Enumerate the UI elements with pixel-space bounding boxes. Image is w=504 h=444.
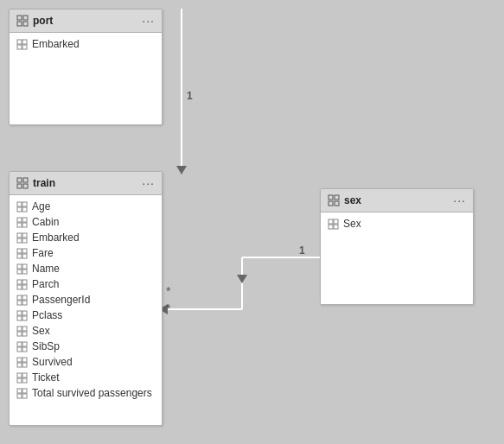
svg-rect-77 — [329, 201, 333, 206]
svg-rect-68 — [22, 373, 27, 377]
svg-rect-63 — [17, 358, 22, 362]
svg-rect-75 — [329, 195, 333, 200]
svg-rect-70 — [22, 378, 27, 383]
svg-rect-19 — [17, 178, 22, 182]
svg-rect-64 — [22, 358, 27, 362]
svg-rect-59 — [17, 342, 22, 346]
svg-rect-55 — [17, 327, 22, 331]
table-row: Sex — [10, 323, 162, 339]
svg-rect-26 — [22, 207, 27, 212]
svg-marker-8 — [237, 275, 247, 283]
svg-rect-69 — [17, 378, 22, 383]
svg-rect-36 — [22, 249, 27, 253]
svg-rect-22 — [23, 184, 28, 188]
svg-rect-73 — [17, 394, 22, 398]
table-row: Pclass — [10, 308, 162, 323]
svg-text:1: 1 — [299, 244, 305, 257]
svg-rect-54 — [22, 316, 27, 320]
svg-rect-27 — [17, 218, 22, 222]
svg-rect-62 — [22, 347, 27, 352]
svg-rect-12 — [23, 16, 28, 20]
svg-rect-80 — [334, 219, 338, 224]
column-icon — [16, 388, 28, 399]
col-name: Name — [32, 263, 60, 275]
column-icon — [16, 279, 28, 290]
train-grid-icon — [16, 177, 29, 189]
column-icon — [16, 39, 28, 50]
sex-table: sex ··· Sex — [320, 188, 474, 305]
svg-rect-29 — [17, 223, 22, 227]
train-table: train ··· Age Cabin Embarked Fare Name P… — [9, 171, 163, 426]
col-age: Age — [32, 200, 50, 212]
svg-rect-32 — [22, 233, 27, 238]
svg-rect-34 — [22, 238, 27, 243]
svg-rect-33 — [17, 238, 22, 243]
column-icon — [16, 248, 28, 259]
column-icon — [16, 232, 28, 244]
train-table-title: train — [33, 177, 55, 189]
table-row: Embarked — [10, 230, 162, 245]
svg-rect-17 — [17, 45, 22, 49]
svg-text:1: 1 — [187, 90, 193, 102]
column-icon — [328, 219, 339, 230]
svg-rect-38 — [22, 254, 27, 258]
svg-rect-20 — [23, 178, 28, 182]
svg-rect-76 — [335, 195, 339, 200]
table-row: Name — [10, 261, 162, 276]
svg-rect-65 — [17, 363, 22, 367]
svg-rect-28 — [22, 218, 27, 222]
svg-rect-78 — [335, 201, 339, 206]
col-cabin: Cabin — [32, 216, 59, 228]
train-more-button[interactable]: ··· — [142, 176, 155, 190]
port-table: port ··· Embarked — [9, 9, 163, 125]
col-parch: Parch — [32, 278, 59, 290]
svg-rect-51 — [17, 311, 22, 315]
col-survived: Survived — [32, 356, 73, 368]
svg-rect-48 — [22, 295, 27, 300]
svg-rect-49 — [17, 301, 22, 305]
sex-more-button[interactable]: ··· — [453, 193, 466, 207]
svg-rect-42 — [22, 270, 27, 274]
svg-rect-60 — [22, 342, 27, 346]
table-row: SibSp — [10, 339, 162, 354]
column-icon — [16, 217, 28, 228]
svg-rect-45 — [17, 285, 22, 289]
svg-text:*: * — [166, 284, 171, 298]
svg-rect-21 — [17, 184, 22, 188]
table-row: Age — [10, 199, 162, 214]
svg-rect-79 — [329, 219, 333, 224]
svg-rect-52 — [22, 311, 27, 315]
column-icon — [16, 341, 28, 352]
table-row: Fare — [10, 245, 162, 261]
svg-rect-53 — [17, 316, 22, 320]
port-more-button[interactable]: ··· — [142, 14, 155, 28]
svg-rect-23 — [17, 202, 22, 206]
svg-rect-72 — [22, 389, 27, 393]
col-sibsp: SibSp — [32, 340, 60, 352]
svg-rect-18 — [22, 45, 27, 49]
svg-rect-61 — [17, 347, 22, 352]
col-pclass: Pclass — [32, 309, 62, 321]
svg-rect-14 — [23, 22, 28, 26]
column-icon — [16, 295, 28, 306]
svg-rect-46 — [22, 285, 27, 289]
sex-grid-icon — [328, 194, 340, 206]
svg-rect-39 — [17, 264, 22, 269]
table-row: Embarked — [10, 36, 162, 52]
svg-rect-44 — [22, 280, 27, 284]
svg-rect-67 — [17, 373, 22, 377]
svg-rect-58 — [22, 332, 27, 336]
svg-rect-13 — [17, 22, 22, 26]
svg-rect-71 — [17, 389, 22, 393]
svg-rect-25 — [17, 207, 22, 212]
port-table-header: port ··· — [10, 10, 162, 33]
svg-rect-41 — [17, 270, 22, 274]
sex-table-header: sex ··· — [321, 189, 473, 212]
table-row: Ticket — [10, 370, 162, 385]
svg-rect-81 — [329, 225, 333, 229]
table-row: Total survived passengers — [10, 385, 162, 401]
column-icon — [16, 372, 28, 384]
svg-rect-74 — [22, 394, 27, 398]
svg-rect-47 — [17, 295, 22, 300]
svg-rect-31 — [17, 233, 22, 238]
